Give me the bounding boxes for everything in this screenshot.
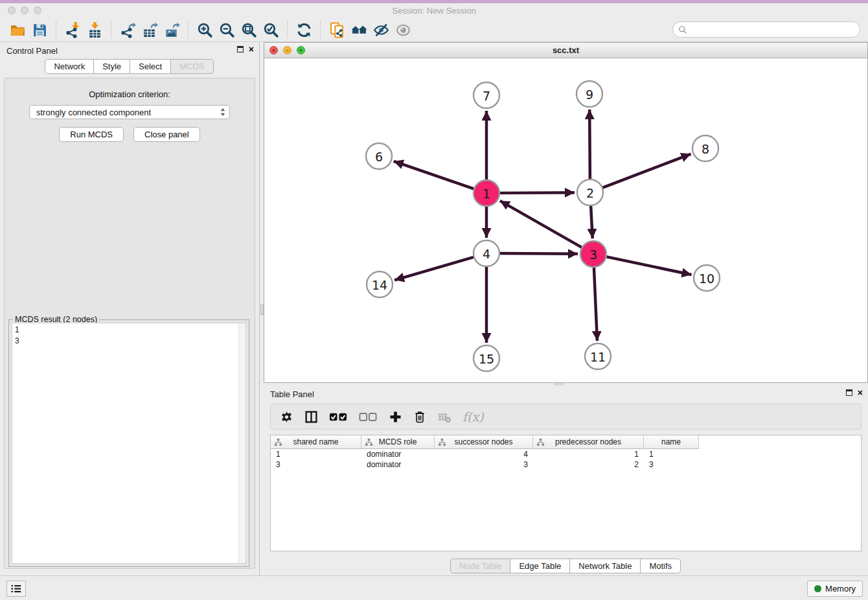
table-body: 1dominator4113dominator323	[271, 449, 861, 470]
close-panel-icon[interactable]: ×	[249, 45, 254, 53]
table-cell[interactable]: 2	[533, 459, 644, 470]
tab-edge-table[interactable]: Edge Table	[510, 559, 570, 573]
table-panel: Table Panel × f(x) shared nameMCDS roles…	[264, 386, 868, 575]
table-row[interactable]: 3dominator323	[271, 459, 861, 470]
table-cell[interactable]: 1	[271, 449, 361, 459]
zoom-fit-icon[interactable]	[238, 20, 260, 40]
node-table[interactable]: shared nameMCDS rolesuccessor nodesprede…	[270, 435, 862, 551]
toolbar-separator	[287, 21, 288, 38]
graph-node-label-7: 7	[483, 89, 490, 103]
graph-node-label-2: 2	[586, 186, 594, 200]
memory-button[interactable]: Memory	[807, 581, 863, 597]
open-session-icon[interactable]	[6, 20, 29, 40]
graph-edge-2-8[interactable]	[602, 154, 691, 188]
column-header-shared-name[interactable]: shared name	[271, 435, 361, 449]
control-panel: Control Panel × NetworkStyleSelectMCDS O…	[0, 42, 259, 575]
status-bar: Memory	[0, 575, 868, 600]
tab-network-table[interactable]: Network Table	[569, 559, 641, 573]
graph-node-label-10: 10	[699, 271, 714, 286]
table-cell[interactable]: 3	[271, 459, 361, 470]
table-cell[interactable]: 3	[644, 459, 699, 470]
search-icon	[678, 25, 687, 34]
table-cell[interactable]: dominator	[361, 459, 435, 470]
tab-motifs[interactable]: Motifs	[640, 559, 681, 573]
table-row[interactable]: 1dominator411	[271, 449, 861, 459]
zoom-in-icon[interactable]	[194, 20, 216, 40]
deselect-all-rows-icon[interactable]	[359, 410, 378, 424]
tab-mcds[interactable]: MCDS	[170, 59, 213, 74]
graph-edge-1-2[interactable]	[499, 192, 575, 193]
close-panel-button[interactable]: Close panel	[133, 127, 200, 142]
column-header-MCDS-role[interactable]: MCDS role	[361, 435, 435, 449]
graph-edge-4-3[interactable]	[499, 253, 578, 254]
mcds-result-text[interactable]: 13	[12, 323, 246, 564]
import-table-icon[interactable]	[84, 20, 106, 40]
graph-edge-3-1[interactable]	[500, 201, 582, 248]
column-header-name[interactable]: name	[644, 435, 699, 449]
control-panel-title: Control Panel	[6, 46, 58, 56]
float-panel-icon[interactable]	[846, 389, 852, 396]
graph-edge-3-10[interactable]	[606, 257, 692, 275]
mcds-result-group: MCDS result (2 nodes) 13	[8, 319, 249, 567]
network-canvas[interactable]: 7968124314101511	[264, 58, 867, 382]
graph-edge-3-11[interactable]	[594, 267, 597, 341]
zoom-out-icon[interactable]	[216, 20, 238, 40]
graph-node-label-3: 3	[589, 248, 597, 262]
network-view-window: × − + scc.txt 7968124314101511	[264, 42, 868, 383]
export-network-icon[interactable]	[117, 20, 139, 40]
column-label: MCDS role	[379, 437, 417, 446]
export-table-icon[interactable]	[139, 20, 161, 40]
vertical-splitter[interactable]	[259, 42, 264, 575]
criterion-select[interactable]: strongly connected component	[29, 105, 230, 119]
criterion-value: strongly connected component	[36, 108, 220, 117]
close-panel-icon[interactable]: ×	[858, 389, 863, 397]
import-network-icon[interactable]	[62, 20, 84, 40]
refresh-network-icon[interactable]	[293, 20, 315, 40]
toolbar-separator	[56, 21, 56, 38]
table-cell[interactable]: dominator	[361, 449, 435, 459]
column-header-successor-nodes[interactable]: successor nodes	[435, 435, 533, 449]
column-label: shared name	[293, 437, 338, 446]
graph-node-label-6: 6	[375, 150, 383, 164]
graph-edge-2-3[interactable]	[591, 205, 593, 238]
graph-edge-1-6[interactable]	[394, 161, 474, 189]
table-cell[interactable]: 4	[435, 449, 533, 459]
network-view-titlebar[interactable]: × − + scc.txt	[264, 43, 867, 58]
table-cell[interactable]: 1	[644, 449, 699, 459]
graph-node-label-15: 15	[479, 352, 494, 366]
delete-row-icon[interactable]	[413, 410, 426, 424]
table-cell[interactable]: 1	[533, 449, 644, 459]
graph-edge-2-9[interactable]	[589, 110, 590, 179]
network-view-title: scc.txt	[264, 45, 867, 55]
first-neighbors-icon[interactable]	[348, 20, 370, 40]
search-input[interactable]	[687, 23, 860, 36]
zoom-selected-icon[interactable]	[260, 20, 282, 40]
tab-node-table[interactable]: Node Table	[450, 559, 511, 573]
column-header-predecessor-nodes[interactable]: predecessor nodes	[533, 435, 644, 449]
mcds-panel: Optimization criterion: strongly connect…	[4, 78, 255, 569]
graph-node-label-14: 14	[372, 278, 387, 292]
panel-list-button[interactable]	[6, 581, 26, 597]
tab-style[interactable]: Style	[93, 59, 130, 74]
add-row-icon[interactable]	[389, 410, 402, 424]
search-field[interactable]	[672, 21, 860, 38]
table-cell[interactable]: 3	[435, 459, 533, 470]
table-settings-icon[interactable]	[280, 410, 293, 424]
graph-node-label-8: 8	[702, 142, 709, 156]
result-scrollbar[interactable]	[238, 323, 246, 563]
select-all-rows-icon[interactable]	[329, 410, 348, 424]
window-title: Session: New Session	[0, 6, 868, 16]
export-image-icon[interactable]	[161, 20, 183, 40]
clone-network-icon[interactable]	[326, 20, 348, 40]
graph-node-label-9: 9	[586, 87, 593, 102]
hide-selected-icon[interactable]	[370, 20, 392, 40]
tab-select[interactable]: Select	[130, 59, 171, 74]
window-titlebar: Session: New Session	[0, 3, 868, 18]
run-mcds-button[interactable]: Run MCDS	[59, 127, 124, 142]
tab-network[interactable]: Network	[45, 59, 94, 74]
graph-node-label-1: 1	[483, 187, 490, 201]
save-session-icon[interactable]	[29, 20, 51, 40]
graph-edge-4-14[interactable]	[394, 257, 474, 281]
column-panel-icon[interactable]	[304, 410, 318, 424]
float-panel-icon[interactable]	[237, 46, 244, 52]
